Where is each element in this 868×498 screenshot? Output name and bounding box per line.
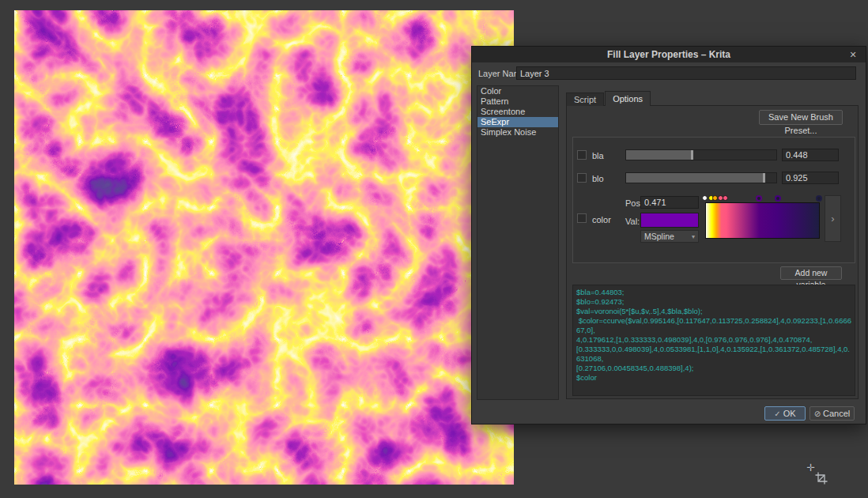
bla-checkbox[interactable] bbox=[577, 150, 587, 160]
canvas-texture[interactable] bbox=[14, 10, 514, 485]
generator-item-screentone[interactable]: Screentone bbox=[477, 107, 558, 117]
chevron-down-icon: ▾ bbox=[692, 233, 695, 240]
slider-fill bbox=[626, 173, 765, 183]
slider-handle[interactable] bbox=[691, 150, 693, 160]
blo-label: blo bbox=[592, 174, 604, 183]
bla-label: bla bbox=[592, 151, 604, 160]
gradient-stop[interactable] bbox=[816, 195, 822, 202]
options-panel: Save New Brush Preset... bla blo bbox=[566, 105, 859, 399]
layer-name-input[interactable] bbox=[516, 66, 856, 80]
check-icon: ✓ bbox=[774, 409, 780, 418]
generator-item-seexpr[interactable]: SeExpr bbox=[477, 117, 558, 127]
val-label: Val: bbox=[625, 217, 637, 226]
value-color-swatch[interactable] bbox=[640, 213, 699, 228]
gradient-expand-button[interactable]: › bbox=[825, 195, 841, 242]
slider-handle[interactable] bbox=[763, 173, 765, 183]
gradient-stop[interactable] bbox=[723, 195, 728, 201]
krita-workspace: ✛ Fill Layer Properties – Krita ✕ Layer … bbox=[0, 0, 868, 498]
bla-value-input[interactable] bbox=[782, 149, 839, 161]
generator-item-pattern[interactable]: Pattern bbox=[477, 96, 558, 107]
cancel-button[interactable]: ⊘Cancel bbox=[810, 406, 855, 421]
crop-tool-icon bbox=[815, 472, 828, 485]
generator-item-color[interactable]: Color bbox=[477, 86, 558, 96]
variables-area: bla blo color Pos: Va bbox=[572, 137, 855, 263]
generator-list[interactable]: ColorPatternScreentoneSeExprSimplex Nois… bbox=[477, 85, 559, 400]
tab-script[interactable]: Script bbox=[566, 92, 604, 106]
save-new-brush-preset-button[interactable]: Save New Brush Preset... bbox=[759, 110, 843, 125]
slider-fill bbox=[626, 150, 693, 160]
blo-slider[interactable] bbox=[625, 172, 777, 183]
cancel-slash-icon: ⊘ bbox=[814, 409, 821, 418]
pos-input[interactable] bbox=[640, 196, 699, 209]
dialog-titlebar[interactable]: Fill Layer Properties – Krita ✕ bbox=[472, 47, 866, 62]
gradient-stop[interactable] bbox=[756, 195, 762, 202]
generator-item-simplex-noise[interactable]: Simplex Noise bbox=[477, 127, 558, 138]
seexpr-script-editor[interactable]: $bla=0.44803; $blo=0.92473; $val=voronoi… bbox=[572, 285, 855, 396]
color-checkbox[interactable] bbox=[577, 213, 587, 223]
ok-label: OK bbox=[783, 409, 796, 418]
tab-bar: Script Options bbox=[566, 91, 651, 106]
gradient-editor bbox=[705, 194, 820, 239]
gradient-preview[interactable] bbox=[705, 202, 820, 239]
dialog-title: Fill Layer Properties – Krita bbox=[607, 49, 730, 60]
cancel-label: Cancel bbox=[823, 409, 850, 418]
ok-button[interactable]: ✓OK bbox=[764, 406, 806, 421]
voronoi-noise-image bbox=[14, 10, 514, 485]
gradient-stops-row bbox=[705, 194, 820, 202]
bla-slider[interactable] bbox=[625, 149, 777, 160]
move-cross-icon: ✛ bbox=[806, 462, 815, 473]
pos-label: Pos: bbox=[625, 198, 637, 208]
fill-layer-properties-dialog: Fill Layer Properties – Krita ✕ Layer Na… bbox=[471, 46, 866, 424]
gradient-stop[interactable] bbox=[702, 195, 708, 201]
color-label: color bbox=[592, 215, 611, 224]
blo-value-input[interactable] bbox=[782, 172, 839, 184]
add-new-variable-button[interactable]: Add new variable bbox=[780, 266, 842, 280]
close-icon[interactable]: ✕ bbox=[847, 48, 859, 61]
interpolation-dropdown[interactable]: MSpline ▾ bbox=[640, 230, 699, 243]
blo-checkbox[interactable] bbox=[577, 173, 587, 183]
interpolation-value: MSpline bbox=[644, 232, 692, 241]
tab-options[interactable]: Options bbox=[605, 91, 651, 106]
gradient-stop[interactable] bbox=[775, 195, 781, 202]
